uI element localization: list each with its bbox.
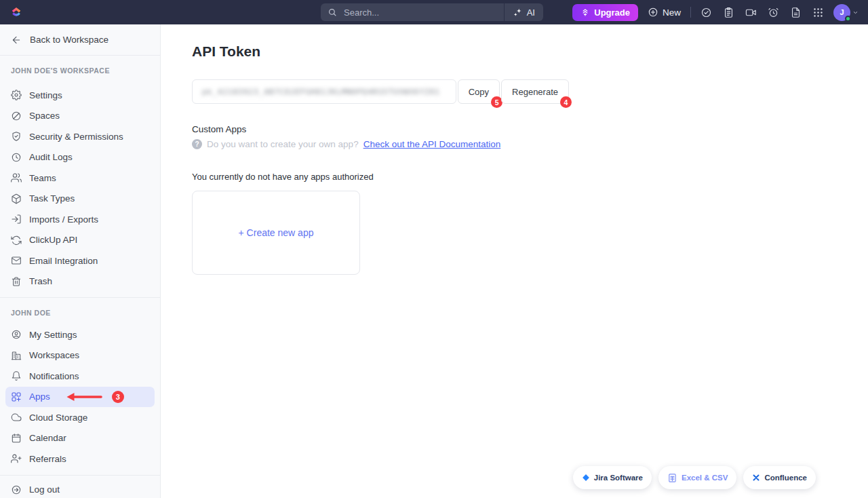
confluence-icon	[752, 474, 760, 482]
sidebar-item-teams[interactable]: Teams	[0, 168, 160, 189]
divider	[0, 475, 160, 476]
video-camera-icon[interactable]	[745, 7, 757, 18]
sidebar-item-my-settings[interactable]: My Settings	[0, 324, 160, 345]
sidebar-item-spaces[interactable]: Spaces	[0, 106, 160, 127]
arrow-left-icon	[11, 35, 22, 45]
sidebar-item-trash[interactable]: Trash	[0, 271, 160, 292]
avatar: J	[833, 4, 850, 21]
section-label: JOHN DOE	[11, 308, 149, 318]
gear-icon	[11, 90, 22, 100]
trash-icon	[11, 276, 22, 287]
settings-sidebar: Back to Workspace JOHN DOE'S WORKSPACESe…	[0, 24, 161, 498]
divider	[0, 297, 160, 298]
create-new-app-label: + Create new app	[239, 227, 314, 238]
search-icon	[328, 7, 337, 17]
annotation-badge-apps: 3	[112, 391, 124, 403]
sidebar-item-workspaces[interactable]: Workspaces	[0, 345, 160, 366]
sidebar-item-settings[interactable]: Settings	[0, 85, 160, 106]
annotation-badge-regenerate: 4	[560, 96, 572, 108]
custom-apps-help: ? Do you want to create your own app? Ch…	[192, 139, 868, 149]
masked-token-text: pk_42183923_AB7CD2EFGH81JKLMN0PQ4RS5TUVW…	[202, 88, 440, 96]
cloud-icon	[11, 412, 22, 423]
sidebar-item-security-permissions[interactable]: Security & Permissions	[0, 126, 160, 147]
api-token-field[interactable]: pk_42183923_AB7CD2EFGH81JKLMN0PQ4RS5TUVW…	[192, 79, 456, 104]
check-circle-icon[interactable]	[701, 7, 712, 18]
custom-apps-heading: Custom Apps	[192, 124, 868, 134]
document-icon[interactable]	[790, 7, 802, 18]
shield-check-icon	[11, 131, 22, 142]
upgrade-icon	[580, 7, 590, 17]
sidebar-item-task-types[interactable]: Task Types	[0, 189, 160, 210]
page-title: API Token	[192, 42, 868, 61]
sidebar-item-cloud-storage[interactable]: Cloud Storage	[0, 407, 160, 428]
sidebar-item-audit-logs[interactable]: Audit Logs	[0, 147, 160, 168]
integration-pill-excel-csv[interactable]: Excel & CSV	[658, 466, 736, 489]
import-export-icon	[11, 214, 22, 225]
new-button[interactable]: New	[648, 7, 681, 18]
user-plus-icon	[11, 453, 22, 464]
user-circle-icon	[11, 329, 22, 340]
envelope-icon	[11, 255, 22, 266]
clock-icon	[11, 152, 22, 163]
integration-pills: Jira SoftwareExcel & CSVConfluence	[573, 466, 816, 489]
planet-icon	[11, 111, 22, 121]
sidebar-item-email-integration[interactable]: Email Integration	[0, 250, 160, 271]
chevron-down-icon	[852, 9, 859, 16]
integration-pill-jira-software[interactable]: Jira Software	[573, 466, 652, 489]
main-content: API Token pk_42183923_AB7CD2EFGH81JKLMN0…	[161, 24, 868, 498]
create-new-app-card[interactable]: + Create new app	[192, 191, 360, 275]
grid-menu-icon[interactable]	[812, 7, 824, 18]
section-label: JOHN DOE'S WORKSPACE	[11, 66, 149, 75]
upgrade-button[interactable]: Upgrade	[572, 4, 638, 21]
no-apps-text: You currently do not have any apps autho…	[192, 172, 868, 182]
sidebar-item-imports-exports[interactable]: Imports / Exports	[0, 209, 160, 230]
sidebar-item-calendar[interactable]: Calendar	[0, 428, 160, 449]
search-input[interactable]	[342, 7, 504, 18]
api-token-row: pk_42183923_AB7CD2EFGH81JKLMN0PQ4RS5TUVW…	[192, 79, 569, 104]
back-to-workspace-button[interactable]: Back to Workspace	[0, 24, 160, 56]
logout-icon	[11, 484, 22, 495]
cube-icon	[11, 193, 22, 204]
api-refresh-icon	[11, 235, 22, 246]
online-status-dot	[845, 16, 851, 22]
bell-icon	[11, 370, 22, 381]
users-icon	[11, 172, 22, 183]
apps-grid-icon	[11, 391, 22, 402]
sidebar-item-apps[interactable]: Apps3	[5, 387, 155, 408]
search-bar[interactable]: AI	[321, 3, 543, 21]
ai-button[interactable]: AI	[505, 3, 543, 21]
alarm-clock-icon[interactable]	[768, 7, 779, 18]
jira-icon	[582, 474, 590, 482]
calendar-icon	[11, 433, 22, 444]
sidebar-item-clickup-api[interactable]: ClickUp API	[0, 230, 160, 251]
buildings-icon	[11, 350, 22, 361]
plus-circle-icon	[648, 7, 658, 18]
question-icon: ?	[192, 139, 202, 149]
annotation-arrow-icon	[66, 392, 102, 402]
ai-label: AI	[527, 7, 535, 18]
clickup-logo-icon[interactable]	[9, 5, 23, 19]
sparkles-icon	[513, 7, 523, 18]
regenerate-button[interactable]: Regenerate 4	[501, 79, 569, 104]
copy-button[interactable]: Copy 5	[458, 79, 500, 104]
excel-csv-icon	[667, 473, 677, 483]
help-text: Do you want to create your own app?	[207, 139, 359, 149]
clipboard-icon[interactable]	[723, 7, 734, 18]
divider	[690, 7, 691, 18]
sidebar-item-referrals[interactable]: Referrals	[0, 448, 160, 470]
sidebar-item-notifications[interactable]: Notifications	[0, 366, 160, 387]
user-avatar[interactable]: J	[833, 4, 859, 21]
integration-pill-confluence[interactable]: Confluence	[743, 466, 816, 489]
sidebar-item-log-out[interactable]: Log out	[0, 480, 160, 498]
topbar: AI Upgrade New J	[0, 0, 868, 24]
api-documentation-link[interactable]: Check out the API Documentation	[363, 139, 501, 149]
